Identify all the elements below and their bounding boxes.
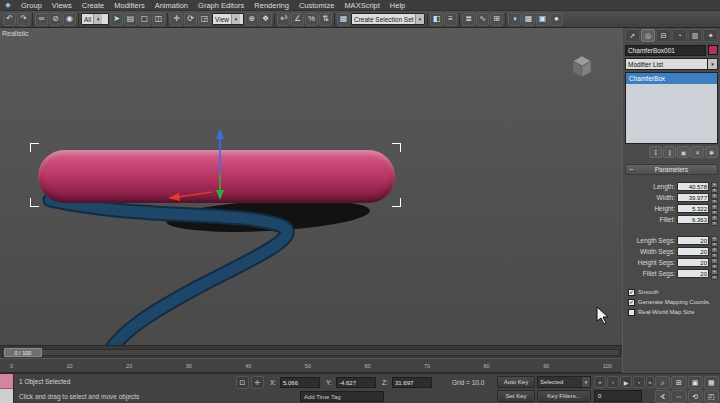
percent-snap-icon[interactable]: % [305,13,318,26]
zoom-icon[interactable]: ⌕ [655,376,670,389]
add-time-tag-field[interactable]: Add Time Tag [300,391,384,402]
previous-frame-button[interactable]: ‹ [607,376,619,388]
absolute-offset-mode-icon[interactable]: ✛ [251,376,264,389]
use-pivot-point-icon[interactable]: ⊕ [245,13,258,26]
menu-group[interactable]: Group [16,0,47,11]
select-object-icon[interactable]: ➤ [110,13,123,26]
play-button[interactable]: ▶ [620,376,632,388]
width-field[interactable]: 39.977 [677,193,709,202]
reference-coordinate-system-dropdown[interactable]: View ▾ [212,13,244,25]
time-slider-track[interactable] [2,349,620,356]
go-to-start-button[interactable]: « [594,376,606,388]
stack-item-chamferbox[interactable]: ChamferBox [626,73,717,84]
checkbox-row-generate-mapping[interactable]: ✓ Generate Mapping Coords. [625,297,718,307]
layer-manager-icon[interactable]: ≣ [462,13,475,26]
render-setup-icon[interactable]: ▦ [522,13,535,26]
checkbox-unchecked-icon[interactable] [628,309,635,316]
tab-modify-icon[interactable]: ◎ [641,29,656,42]
select-and-scale-icon[interactable]: ◲ [198,13,211,26]
menu-customize[interactable]: Customize [294,0,339,11]
mini-listener-script-row[interactable] [0,389,13,403]
redo-icon[interactable]: ↷ [17,13,30,26]
checkbox-row-real-world-map[interactable]: Real-World Map Size [625,307,718,317]
auto-key-button[interactable]: Auto Key [497,376,535,388]
object-color-swatch[interactable] [708,45,718,55]
length-segs-field[interactable]: 20 [677,236,709,245]
menu-modifiers[interactable]: Modifiers [109,0,149,11]
track-bar[interactable]: 0 10 20 30 40 50 60 70 80 90 100 [0,358,622,373]
zoom-extents-icon[interactable]: ▣ [688,376,703,389]
checkbox-checked-icon[interactable]: ✓ [628,299,635,306]
spinner-down-icon[interactable]: ▾ [711,275,718,281]
modifier-stack[interactable]: ChamferBox [625,72,718,144]
maxscript-mini-listener[interactable] [0,374,14,403]
mirror-icon[interactable]: ◧ [430,13,443,26]
snaps-toggle-icon[interactable]: ⌖³ [277,13,290,26]
pan-view-icon[interactable]: ⇔ [671,390,686,403]
go-to-end-button[interactable]: » [646,376,654,388]
selection-lock-icon[interactable]: ⊡ [236,376,249,389]
selection-filter-dropdown[interactable]: All ▾ [81,13,109,25]
fillet-field[interactable]: 6.363 [677,215,709,224]
configure-modifier-sets-icon[interactable]: ✱ [705,146,718,158]
tab-motion-icon[interactable]: ◔ [672,29,687,42]
height-field[interactable]: 5.322 [677,204,709,213]
select-and-manipulate-icon[interactable]: ❖ [259,13,272,26]
width-segs-field[interactable]: 20 [677,247,709,256]
orbit-icon[interactable]: ⟲ [688,390,703,403]
time-slider[interactable]: 0 / 100 [0,345,622,358]
remove-modifier-icon[interactable]: ✕ [691,146,704,158]
next-frame-button[interactable]: › [633,376,645,388]
fillet-spinner[interactable]: ▴▾ [711,215,718,224]
fillet-segs-field[interactable]: 20 [677,269,709,278]
menu-views[interactable]: Views [47,0,77,11]
tab-utilities-icon[interactable]: ✦ [703,29,718,42]
angle-snap-icon[interactable]: ∠ [291,13,304,26]
tab-create-icon[interactable]: ➚ [625,29,640,42]
length-segs-spinner[interactable]: ▴▾ [711,236,718,245]
x-coord-field[interactable]: 5.066 [280,377,320,388]
height-spinner[interactable]: ▴▾ [711,204,718,213]
zoom-extents-all-icon[interactable]: ▦ [704,376,719,389]
bind-to-space-warp-icon[interactable]: ◉ [63,13,76,26]
spinner-down-icon[interactable]: ▾ [711,221,718,227]
unlink-selection-icon[interactable]: ⊘ [49,13,62,26]
object-name-field[interactable]: ChamferBox001 [625,45,706,56]
menu-help[interactable]: Help [385,0,410,11]
parameters-rollout-header[interactable]: − Parameters [625,164,718,175]
menu-graph-editors[interactable]: Graph Editors [193,0,249,11]
align-icon[interactable]: ≡ [444,13,457,26]
mini-listener-macro-row[interactable] [0,374,13,389]
pin-stack-icon[interactable]: ↧ [649,146,662,158]
width-segs-spinner[interactable]: ▴▾ [711,247,718,256]
rendered-frame-window-icon[interactable]: ▣ [536,13,549,26]
material-editor-icon[interactable]: ◑ [508,13,521,26]
named-selection-sets-dropdown[interactable]: Create Selection Set ▾ [351,13,425,25]
tab-display-icon[interactable]: ▥ [688,29,703,42]
curve-editor-icon[interactable]: ∿ [476,13,489,26]
spinner-snap-icon[interactable]: ⇅ [319,13,332,26]
menu-rendering[interactable]: Rendering [249,0,294,11]
rectangular-selection-region-icon[interactable]: ▢ [138,13,151,26]
set-key-button[interactable]: Set Key [497,390,535,402]
menu-create[interactable]: Create [77,0,110,11]
perspective-viewport[interactable]: Realistic [0,28,622,345]
app-logo-icon[interactable]: ◆ [3,1,13,10]
make-unique-icon[interactable]: ▣ [677,146,690,158]
checkbox-row-smooth[interactable]: ✓ Smooth [625,287,718,297]
tab-hierarchy-icon[interactable]: ⊟ [656,29,671,42]
select-and-move-icon[interactable]: ✛ [170,13,183,26]
schematic-view-icon[interactable]: ⊞ [490,13,503,26]
modifier-list-dropdown[interactable]: Modifier List ▾ [625,58,718,70]
z-coord-field[interactable]: 31.697 [392,377,432,388]
key-selection-dropdown[interactable]: Selected ▾ [537,376,591,388]
current-frame-field[interactable]: 0 [594,390,642,402]
select-by-name-icon[interactable]: ▤ [124,13,137,26]
height-segs-spinner[interactable]: ▴▾ [711,258,718,267]
zoom-all-icon[interactable]: ⊞ [671,376,686,389]
chamferbox-object[interactable] [38,150,395,203]
select-and-link-icon[interactable]: ∞ [35,13,48,26]
key-filters-button[interactable]: Key Filters... [537,390,591,402]
render-production-icon[interactable]: ● [550,13,563,26]
length-field[interactable]: 40.578 [677,182,709,191]
